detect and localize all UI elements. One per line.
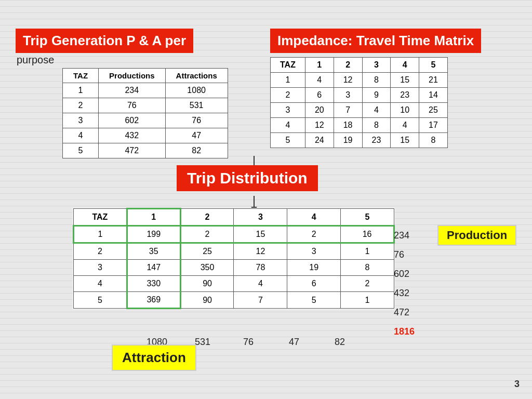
dist-header: 5 xyxy=(341,209,394,226)
imp-cell: 18 xyxy=(334,118,362,133)
dist-header: 4 xyxy=(287,209,341,226)
imp-cell: 23 xyxy=(362,133,391,148)
production-labels: 234766024324721816 xyxy=(394,226,415,341)
imp-cell: 4 xyxy=(362,103,391,118)
imp-cell: 4 xyxy=(391,118,419,133)
attraction-total: 82 xyxy=(317,337,363,348)
gen-cell: 602 xyxy=(99,113,166,128)
gen-cell: 47 xyxy=(165,128,228,143)
dist-cell: 5 xyxy=(287,292,341,309)
imp-header: 4 xyxy=(391,58,419,73)
imp-cell: 6 xyxy=(305,88,334,103)
trip-gen-table: TAZ Productions Attractions 123410802765… xyxy=(62,68,228,158)
production-value: 432 xyxy=(394,284,415,303)
dist-cell: 35 xyxy=(127,243,180,260)
imp-cell: 4 xyxy=(271,118,305,133)
dist-cell: 369 xyxy=(127,292,180,309)
imp-header: TAZ xyxy=(271,58,305,73)
dist-cell: 8 xyxy=(341,260,394,276)
production-total: 1816 xyxy=(394,322,415,341)
imp-cell: 5 xyxy=(271,133,305,148)
attraction-total: 47 xyxy=(271,337,317,348)
gen-cell: 234 xyxy=(99,83,166,98)
dist-cell: 2 xyxy=(180,226,234,243)
gen-cell: 3 xyxy=(63,113,99,128)
production-value: 602 xyxy=(394,264,415,284)
imp-cell: 8 xyxy=(419,133,448,148)
impedance-title: Impedance: Travel Time Matrix xyxy=(270,29,481,53)
dist-cell: 330 xyxy=(127,276,180,292)
dist-cell: 25 xyxy=(180,243,234,260)
dist-section: TAZ12345 1199215216235251231314735078198… xyxy=(73,208,395,309)
dist-cell: 199 xyxy=(127,226,180,243)
dist-cell: 90 xyxy=(180,292,234,309)
gen-cell: 5 xyxy=(63,143,99,158)
dist-cell: 78 xyxy=(234,260,287,276)
gen-cell: 531 xyxy=(165,98,228,113)
imp-cell: 12 xyxy=(305,118,334,133)
purpose-text: purpose xyxy=(16,54,265,66)
attraction-banner: Attraction xyxy=(112,344,196,371)
gen-cell: 1 xyxy=(63,83,99,98)
dist-cell: 2 xyxy=(341,276,394,292)
gen-cell: 82 xyxy=(165,143,228,158)
dist-cell: 16 xyxy=(341,226,394,243)
imp-cell: 9 xyxy=(362,88,391,103)
imp-cell: 10 xyxy=(391,103,419,118)
imp-cell: 23 xyxy=(391,88,419,103)
imp-cell: 14 xyxy=(419,88,448,103)
gen-cell: 76 xyxy=(165,113,228,128)
dist-cell: 2 xyxy=(74,243,127,260)
dist-cell: 12 xyxy=(234,243,287,260)
dist-cell: 5 xyxy=(74,292,127,309)
dist-table: TAZ12345 1199215216235251231314735078198… xyxy=(73,208,395,309)
production-value: 472 xyxy=(394,303,415,322)
gen-cell: 76 xyxy=(99,98,166,113)
imp-header: 5 xyxy=(419,58,448,73)
trip-dist-label: Trip Distribution xyxy=(177,165,318,191)
imp-cell: 3 xyxy=(334,88,362,103)
gen-cell: 4 xyxy=(63,128,99,143)
imp-cell: 1 xyxy=(271,73,305,88)
imp-header: 3 xyxy=(362,58,391,73)
dist-cell: 3 xyxy=(287,243,341,260)
dist-cell: 4 xyxy=(234,276,287,292)
dist-cell: 90 xyxy=(180,276,234,292)
dist-cell: 3 xyxy=(74,260,127,276)
dist-cell: 6 xyxy=(287,276,341,292)
gen-cell: 1080 xyxy=(165,83,228,98)
imp-cell: 21 xyxy=(419,73,448,88)
imp-cell: 15 xyxy=(391,133,419,148)
imp-cell: 8 xyxy=(362,73,391,88)
imp-header: 1 xyxy=(305,58,334,73)
production-banner: Production xyxy=(437,225,516,246)
imp-cell: 7 xyxy=(334,103,362,118)
imp-cell: 19 xyxy=(334,133,362,148)
trip-gen-section: Trip Generation P & A per purpose TAZ Pr… xyxy=(16,29,265,158)
gen-cell: 2 xyxy=(63,98,99,113)
dist-cell: 7 xyxy=(234,292,287,309)
dist-cell: 1 xyxy=(74,226,127,243)
trip-gen-title: Trip Generation P & A per xyxy=(16,29,193,53)
dist-cell: 4 xyxy=(74,276,127,292)
dist-header: 2 xyxy=(180,209,234,226)
imp-cell: 12 xyxy=(334,73,362,88)
dist-cell: 147 xyxy=(127,260,180,276)
imp-cell: 20 xyxy=(305,103,334,118)
dist-cell: 1 xyxy=(341,292,394,309)
gen-col-taz: TAZ xyxy=(63,69,99,83)
imp-cell: 17 xyxy=(419,118,448,133)
attraction-total: 76 xyxy=(225,337,271,348)
dist-header: 3 xyxy=(234,209,287,226)
impedance-table: TAZ12345 1412815212639231432074102541218… xyxy=(270,57,448,148)
dist-cell: 1 xyxy=(341,243,394,260)
dist-cell: 15 xyxy=(234,226,287,243)
imp-cell: 24 xyxy=(305,133,334,148)
dist-header: TAZ xyxy=(74,209,127,226)
production-value: 76 xyxy=(394,245,415,264)
arrow-down-2 xyxy=(254,196,255,207)
dist-cell: 19 xyxy=(287,260,341,276)
production-value: 234 xyxy=(394,226,415,245)
imp-cell: 4 xyxy=(305,73,334,88)
gen-col-attractions: Attractions xyxy=(165,69,228,83)
